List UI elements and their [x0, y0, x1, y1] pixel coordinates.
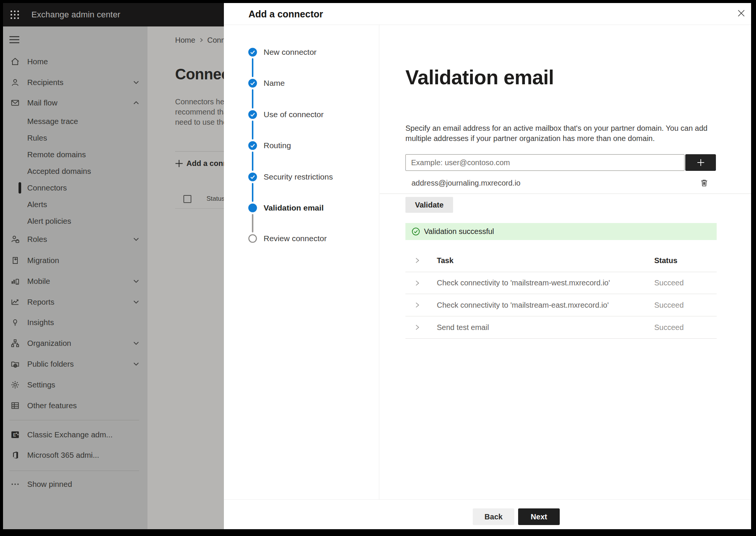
task-cell: Check connectivity to 'mailstream-east.m… [437, 294, 609, 316]
added-address-row: address@journaling.mxrecord.io [405, 174, 751, 192]
status-cell: Succeed [654, 272, 684, 294]
chevron-down-icon [133, 80, 139, 85]
sidebar-item-home[interactable]: Home [3, 54, 147, 69]
step-connector-line [252, 183, 253, 202]
plus-icon [697, 158, 705, 167]
sidebar-item-label: Public folders [27, 356, 74, 372]
trend-chart-icon [11, 297, 20, 307]
step-description-line: multiple addresses if your partner organ… [405, 133, 708, 144]
dialog-footer: Back Next [224, 499, 751, 529]
sidebar-item-reports[interactable]: Reports [3, 294, 147, 310]
sidebar-item-message-trace[interactable]: Message trace [3, 114, 147, 129]
status-cell: Succeed [654, 316, 684, 338]
expand-row-chevron-icon[interactable] [414, 324, 420, 330]
sidebar-item-rules[interactable]: Rules [3, 130, 147, 146]
sidebar-item-show-pinned[interactable]: Show pinned [3, 477, 147, 492]
step-completed-icon [248, 141, 257, 150]
sidebar-item-alert-policies[interactable]: Alert policies [3, 214, 147, 229]
expand-all-chevron-icon[interactable] [414, 257, 420, 263]
add-email-button[interactable] [685, 154, 716, 171]
person-badge-icon [11, 235, 20, 244]
lightbulb-icon [11, 318, 20, 327]
sidebar-divider [9, 420, 139, 420]
table-row-connectivity-west[interactable]: Check connectivity to 'mailstream-west.m… [379, 272, 751, 294]
table-divider [405, 338, 717, 339]
sidebar-item-label: Microsoft 365 admi... [27, 448, 99, 463]
step-connector-line [252, 89, 253, 108]
sidebar-item-label: Home [27, 54, 48, 69]
page-description-line: Connectors help [175, 97, 230, 107]
screenshot-frame: Exchange admin center Home Recipients Ma… [0, 0, 756, 536]
validate-button[interactable]: Validate [405, 197, 453, 213]
page-title: Connec [175, 66, 230, 83]
status-cell: Succeed [654, 294, 684, 316]
sidebar-item-label: Organization [27, 336, 71, 351]
sidebar-item-label: Mobile [27, 274, 50, 289]
close-icon [737, 9, 745, 17]
sidebar-item-settings[interactable]: Settings [3, 377, 147, 392]
page-description-line: recommend tha [175, 107, 230, 117]
plus-icon [175, 160, 183, 167]
sidebar-item-public-folders[interactable]: Public folders [3, 356, 147, 372]
org-chart-icon [11, 339, 20, 348]
sidebar-item-label: Message trace [27, 114, 78, 129]
banner-message: Validation successful [424, 223, 494, 240]
select-all-checkbox[interactable] [183, 195, 191, 203]
hamburger-menu-icon[interactable] [9, 36, 19, 43]
person-icon [11, 78, 20, 87]
step-completed-icon [248, 48, 257, 57]
sidebar-item-recipients[interactable]: Recipients [3, 75, 147, 90]
back-button[interactable]: Back [473, 508, 514, 525]
dialog-title: Add a connector [248, 3, 323, 25]
sidebar-item-label: Alert policies [27, 214, 71, 229]
page-description-line: need to use ther [175, 117, 230, 127]
sidebar-item-accepted-domains[interactable]: Accepted domains [3, 164, 147, 179]
sidebar-item-remote-domains[interactable]: Remote domains [3, 147, 147, 162]
sidebar-item-connectors[interactable]: Connectors [3, 180, 147, 195]
close-button[interactable] [735, 7, 747, 19]
sidebar-item-label: Insights [27, 315, 54, 330]
sidebar-item-migration[interactable]: Migration [3, 253, 147, 268]
sidebar-item-classic-exchange-admin[interactable]: E Classic Exchange adm... [3, 427, 147, 442]
email-address-input[interactable] [405, 154, 685, 171]
wizard-step-review-connector: Review connector [264, 233, 327, 244]
mail-icon [11, 98, 20, 107]
breadcrumb-home-link[interactable]: Home [175, 35, 195, 45]
wizard-step-use-of-connector: Use of connector [264, 109, 324, 120]
selected-item-indicator [19, 182, 21, 194]
folder-globe-icon [11, 359, 20, 369]
sidebar-item-alerts[interactable]: Alerts [3, 197, 147, 212]
sidebar-item-roles[interactable]: Roles [3, 232, 147, 247]
step-connector-line [252, 58, 253, 77]
step-connector-line [252, 121, 253, 139]
next-button[interactable]: Next [518, 508, 560, 525]
app-launcher-waffle-icon[interactable] [10, 10, 20, 20]
app-window: Exchange admin center Home Recipients Ma… [3, 3, 751, 529]
sidebar-item-label: Migration [27, 253, 59, 268]
sidebar-item-mail-flow[interactable]: Mail flow [3, 95, 147, 110]
table-row-send-test-email[interactable]: Send test email Succeed [379, 316, 751, 338]
sidebar-item-label: Mail flow [27, 95, 57, 110]
step-current-icon [248, 203, 257, 212]
expand-row-chevron-icon[interactable] [414, 280, 420, 286]
wizard-steps-panel: New connector Name Use of connector Rout… [224, 25, 379, 499]
wizard-step-validation-email: Validation email [264, 203, 324, 213]
sidebar-item-label: Roles [27, 232, 47, 247]
success-check-icon [412, 228, 420, 235]
delete-address-trash-icon[interactable] [700, 178, 709, 187]
sidebar-item-mobile[interactable]: Mobile [3, 274, 147, 289]
results-table-header: Task Status [379, 251, 751, 270]
more-ellipsis-icon [11, 480, 20, 489]
table-row-connectivity-east[interactable]: Check connectivity to 'mailstream-east.m… [379, 294, 751, 316]
table-grid-icon [11, 401, 20, 410]
sidebar-item-insights[interactable]: Insights [3, 315, 147, 330]
sidebar-item-microsoft-365-admin[interactable]: Microsoft 365 admi... [3, 448, 147, 463]
sidebar-item-organization[interactable]: Organization [3, 336, 147, 351]
sidebar-item-other-features[interactable]: Other features [3, 398, 147, 413]
sidebar-item-label: Classic Exchange adm... [27, 427, 113, 442]
expand-row-chevron-icon[interactable] [414, 302, 420, 308]
task-cell: Send test email [437, 316, 489, 338]
added-address-text: address@journaling.mxrecord.io [411, 174, 520, 192]
sidebar-divider [9, 471, 139, 471]
step-completed-icon [248, 172, 257, 181]
